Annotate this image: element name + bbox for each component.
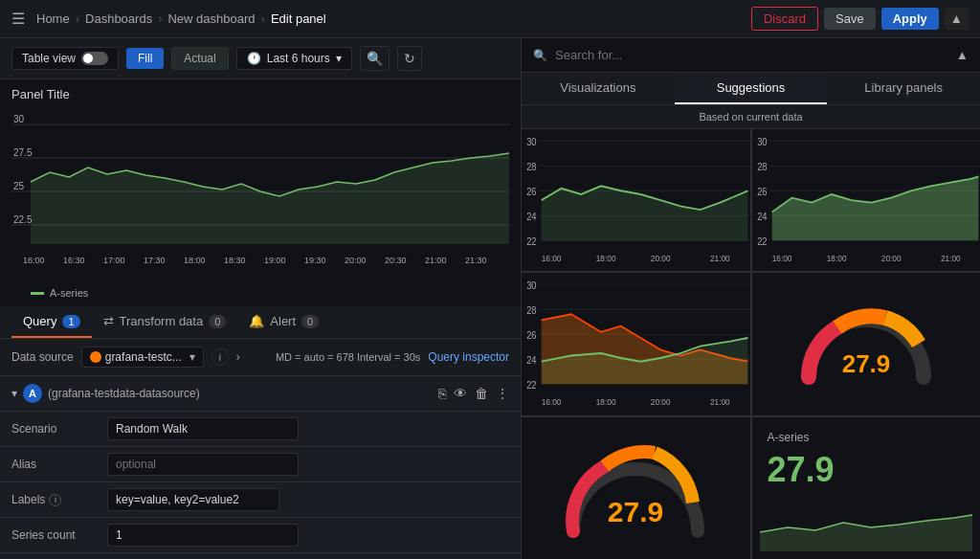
alert-badge: 0 [301,315,319,328]
svg-text:16:00: 16:00 [23,256,45,265]
viz-cell-gauge[interactable]: 27.9 [752,273,981,414]
svg-text:20:00: 20:00 [345,256,367,265]
scenario-select[interactable]: Random Walk [107,417,299,440]
datasource-label: Data source [11,350,74,364]
labels-input[interactable] [107,488,279,511]
viz-cell-line-2[interactable]: 30 28 26 24 22 16:00 18:00 20:00 21:00 [752,129,981,271]
based-on-label: Based on current data [522,105,980,129]
viz-tabs: Visualizations Suggestions Library panel… [522,73,980,105]
svg-text:27.9: 27.9 [841,349,890,378]
query-action-buttons: ⎘ 👁 🗑 ⋮ [438,386,509,401]
svg-text:21:00: 21:00 [710,397,730,408]
svg-text:27.5: 27.5 [13,147,33,158]
breadcrumb-dashboards[interactable]: Dashboards [85,11,152,26]
tab-query[interactable]: Query 1 [11,306,92,338]
search-input[interactable] [555,38,956,72]
datasource-name: grafana-testc... [105,350,182,364]
datasource-icon [90,351,101,363]
refresh-button[interactable]: ↻ [397,46,422,71]
more-button[interactable]: ⋮ [496,386,509,401]
time-range-picker[interactable]: 🕐 Last 6 hours ▾ [236,47,352,70]
toolbar: Table view Fill Actual 🕐 Last 6 hours ▾ … [0,38,521,79]
svg-text:20:00: 20:00 [651,397,671,408]
svg-marker-8 [31,153,509,244]
svg-text:18:00: 18:00 [596,254,616,264]
svg-text:20:00: 20:00 [651,254,671,264]
breadcrumb-home[interactable]: Home [36,11,70,26]
toggle-switch[interactable] [81,52,108,65]
viz-cell-multicolor[interactable]: 30 28 26 24 22 16:00 18:00 [522,273,750,414]
query-expand-icon[interactable]: ▾ [11,387,17,400]
svg-text:18:00: 18:00 [826,254,846,264]
viz-cell-gauge-2[interactable]: 27.9 [522,417,750,559]
labels-row: Labels i [0,482,521,518]
query-tabs: Query 1 ⇄ Transform data 0 🔔 Alert 0 [0,306,521,339]
breadcrumb-new-dashboard[interactable]: New dashboard [167,11,255,26]
query-badge: 1 [62,315,79,328]
viz-cell-stat[interactable]: A-series 27.9 [752,417,981,559]
viz-cell-line-1[interactable]: 30 28 26 24 22 16:00 18:00 20:00 21:00 [522,129,750,271]
query-inspector-link[interactable]: Query inspector [428,350,509,364]
legend-color [31,292,44,295]
chart-area: Panel Title 30 27.5 25 22.5 16:00 16:30 [0,79,521,306]
svg-text:18:00: 18:00 [184,256,206,265]
svg-text:19:00: 19:00 [264,256,286,265]
svg-text:22: 22 [526,380,537,391]
tab-transform[interactable]: ⇄ Transform data 0 [92,306,238,338]
labels-info-icon[interactable]: i [49,494,61,506]
duplicate-button[interactable]: ⎘ [438,386,446,401]
tab-alert[interactable]: 🔔 Alert 0 [237,306,330,338]
svg-text:16:00: 16:00 [542,254,562,264]
svg-text:19:30: 19:30 [304,256,326,265]
query-body: ▾ A (grafana-testdata-datasource) ⎘ 👁 🗑 … [0,376,521,559]
save-button[interactable]: Save [824,8,876,30]
search-collapse-button[interactable]: ▲ [956,48,969,62]
fill-button[interactable]: Fill [126,48,164,69]
svg-text:28: 28 [526,305,537,317]
stat-value-display: 27.9 [760,450,973,490]
hide-button[interactable]: 👁 [454,386,467,401]
svg-text:24: 24 [526,211,537,222]
svg-text:28: 28 [757,162,768,173]
search-icon: 🔍 [533,49,547,62]
viz-grid: 30 28 26 24 22 16:00 18:00 20:00 21:00 [522,129,980,559]
svg-text:24: 24 [526,355,537,367]
discard-button[interactable]: Discard [751,7,818,31]
svg-text:25: 25 [13,181,25,191]
datasource-chevron: ▾ [189,350,195,364]
main-layout: Table view Fill Actual 🕐 Last 6 hours ▾ … [0,38,980,559]
zoom-button[interactable]: 🔍 [360,46,390,71]
actual-button[interactable]: Actual [171,47,228,70]
breadcrumb: Home › Dashboards › New dashboard › Edit… [36,11,326,26]
svg-text:16:00: 16:00 [771,254,791,264]
scenario-row: Scenario Random Walk [0,412,521,447]
svg-text:22: 22 [526,235,537,247]
menu-icon[interactable]: ☰ [11,10,25,28]
tab-library-panels[interactable]: Library panels [827,73,980,104]
delete-button[interactable]: 🗑 [475,386,488,401]
series-count-input[interactable] [107,524,299,547]
right-panel: 🔍 ▲ Visualizations Suggestions Library p… [522,38,980,559]
suggestions-tab-label: Suggestions [717,80,786,95]
scenario-label: Scenario [11,422,107,436]
svg-text:26: 26 [526,330,537,342]
transform-tab-label: Transform data [120,314,204,328]
datasource-info-button[interactable]: i [212,348,229,366]
labels-label: Labels i [11,493,107,506]
tab-visualizations[interactable]: Visualizations [522,73,675,104]
chart-legend: A-series [11,285,509,299]
datasource-selector[interactable]: grafana-testc... ▾ [81,347,204,368]
table-view-toggle[interactable]: Table view [11,47,119,70]
series-count-label: Series count [11,528,107,542]
svg-text:28: 28 [526,162,537,173]
collapse-button[interactable]: ▲ [945,8,969,30]
apply-button[interactable]: Apply [881,8,939,30]
svg-text:21:00: 21:00 [941,254,961,264]
svg-text:18:30: 18:30 [224,256,246,265]
left-panel: Table view Fill Actual 🕐 Last 6 hours ▾ … [0,38,522,559]
alias-input[interactable] [107,453,299,476]
tab-suggestions[interactable]: Suggestions [675,73,828,104]
alias-row: Alias [0,447,521,482]
svg-text:20:00: 20:00 [880,254,901,264]
svg-marker-45 [771,176,978,240]
